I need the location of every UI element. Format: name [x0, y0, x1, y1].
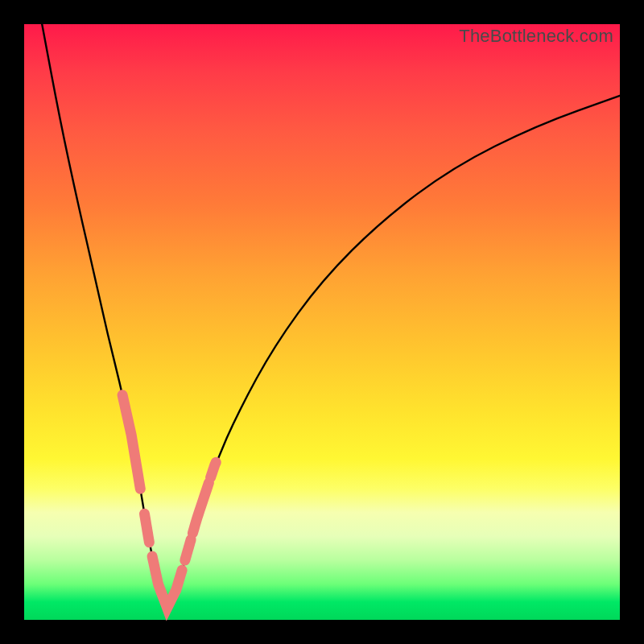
highlight-segment	[152, 556, 161, 592]
chart-svg	[24, 24, 620, 620]
chart-frame: TheBottleneck.com	[0, 0, 644, 644]
highlight-segment	[161, 570, 182, 608]
highlight-segment	[211, 462, 217, 477]
highlight-layer	[122, 395, 216, 609]
highlight-segment	[122, 395, 140, 489]
bottleneck-curve	[42, 24, 620, 603]
highlight-segment	[185, 539, 191, 560]
highlight-segment	[192, 483, 208, 534]
plot-area: TheBottleneck.com	[24, 24, 620, 620]
highlight-segment	[144, 514, 149, 543]
curve-layer	[42, 24, 620, 603]
